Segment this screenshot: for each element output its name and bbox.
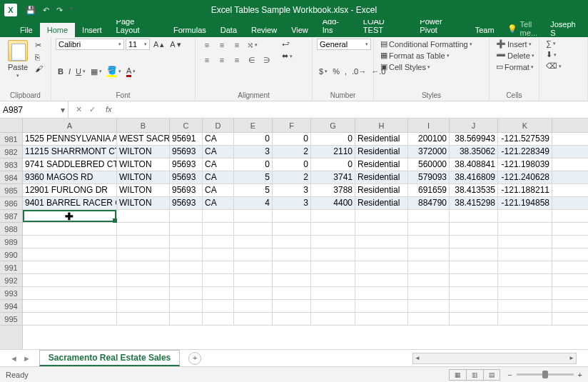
cell[interactable] — [273, 300, 311, 312]
autosum-button[interactable]: ∑▾ — [544, 39, 583, 49]
wrap-text-button[interactable]: ⮐ — [280, 39, 295, 49]
cell[interactable] — [203, 210, 234, 222]
name-box[interactable]: A987▾ — [0, 101, 69, 118]
column-header[interactable]: J — [450, 119, 498, 132]
cell[interactable]: 0 — [273, 133, 311, 145]
worksheet-grid[interactable]: ABCDEFGHIJK 9819829839849859869879889899… — [0, 119, 588, 349]
cell[interactable] — [498, 210, 552, 222]
cell[interactable] — [23, 223, 117, 235]
cell[interactable]: -121.198039 — [498, 159, 552, 171]
cell[interactable] — [355, 274, 408, 286]
column-header[interactable]: F — [273, 119, 311, 132]
fx-icon[interactable]: fx — [106, 105, 112, 114]
cell[interactable]: 38.413535 — [450, 184, 498, 196]
cell[interactable]: 2 — [273, 146, 311, 158]
zoom-in-button[interactable]: + — [578, 371, 582, 379]
cell[interactable] — [450, 236, 498, 248]
cell[interactable] — [117, 287, 170, 299]
cell[interactable]: WILTON — [117, 146, 170, 158]
font-color-button[interactable]: A▾ — [124, 65, 138, 78]
delete-cells-button[interactable]: ➖ Delete▾ — [494, 50, 534, 61]
cell[interactable] — [408, 210, 450, 222]
cell[interactable] — [203, 223, 234, 235]
cell[interactable] — [170, 300, 203, 312]
comma-button[interactable]: , — [343, 66, 349, 76]
cell[interactable] — [234, 210, 273, 222]
cell[interactable]: 11215 SHARRMONT CT — [23, 146, 117, 158]
save-icon[interactable]: 💾 — [26, 6, 36, 15]
cell[interactable]: 9360 MAGOS RD — [23, 171, 117, 184]
cell[interactable]: Residential — [355, 133, 408, 145]
cut-button[interactable]: ✂ — [33, 40, 45, 51]
cell[interactable] — [273, 287, 311, 299]
cell[interactable] — [355, 287, 408, 299]
align-top-button[interactable]: ≡ — [200, 39, 214, 51]
increase-font-button[interactable]: A▴ — [151, 39, 166, 50]
cell[interactable] — [234, 300, 273, 312]
cell[interactable] — [498, 261, 552, 273]
cell[interactable]: 95693 — [170, 146, 203, 158]
underline-button[interactable]: U▾ — [74, 65, 88, 78]
cell[interactable]: 3788 — [311, 184, 355, 196]
cell[interactable] — [498, 300, 552, 312]
cell[interactable] — [117, 261, 170, 273]
cell[interactable] — [23, 313, 117, 325]
cell[interactable] — [273, 261, 311, 273]
cell[interactable]: 12901 FURLONG DR — [23, 184, 117, 196]
page-break-view-button[interactable]: ▤ — [483, 369, 500, 381]
cell[interactable]: -121.194858 — [498, 197, 552, 209]
cell[interactable]: CA — [203, 171, 234, 184]
cell[interactable]: WILTON — [117, 197, 170, 209]
cell[interactable]: -121.188211 — [498, 184, 552, 196]
cell[interactable]: Residential — [355, 146, 408, 158]
undo-icon[interactable]: ↶ — [43, 6, 49, 15]
cell-styles-button[interactable]: ▣ Cell Styles▾ — [378, 61, 485, 72]
cell[interactable] — [117, 313, 170, 325]
cell[interactable]: Residential — [355, 159, 408, 171]
cell[interactable] — [203, 236, 234, 248]
column-header[interactable]: K — [498, 119, 552, 132]
row-header[interactable]: 987 — [0, 210, 22, 223]
cell[interactable] — [450, 300, 498, 312]
cell[interactable] — [408, 300, 450, 312]
cell[interactable]: 9401 BARREL RACER CT — [23, 197, 117, 209]
cell[interactable] — [498, 248, 552, 261]
cell[interactable]: CA — [203, 146, 234, 158]
cell[interactable]: 579093 — [408, 171, 450, 184]
percent-button[interactable]: % — [330, 66, 342, 76]
number-format-select[interactable]: General▾ — [317, 39, 371, 50]
cell[interactable] — [498, 223, 552, 235]
bold-button[interactable]: B — [56, 65, 66, 78]
fill-button[interactable]: ⬇▾ — [544, 49, 583, 60]
cell[interactable] — [311, 313, 355, 325]
row-header[interactable]: 991 — [0, 261, 22, 274]
cell[interactable] — [355, 210, 408, 222]
tab-review[interactable]: Review — [244, 23, 284, 37]
new-sheet-button[interactable]: + — [188, 352, 201, 365]
paste-button[interactable]: Paste▾ — [4, 39, 31, 79]
cell[interactable] — [117, 210, 170, 222]
sheet-tab-active[interactable]: Sacramento Real Estate Sales — [39, 350, 180, 366]
redo-icon[interactable]: ↷ — [56, 6, 63, 15]
cell[interactable]: 95693 — [170, 159, 203, 171]
cell[interactable]: CA — [203, 184, 234, 196]
row-header[interactable]: 981 — [0, 133, 22, 146]
enter-formula-icon[interactable]: ✓ — [89, 105, 96, 114]
cell[interactable]: WEST SACRA — [117, 133, 170, 145]
column-header[interactable]: A — [23, 119, 117, 132]
cell[interactable]: WILTON — [117, 171, 170, 184]
cell[interactable] — [170, 210, 203, 222]
cell[interactable]: 2 — [273, 171, 311, 184]
cell[interactable] — [23, 274, 117, 286]
cell[interactable] — [450, 248, 498, 261]
cell[interactable]: 884790 — [408, 197, 450, 209]
row-header[interactable]: 989 — [0, 236, 22, 248]
tab-view[interactable]: View — [284, 23, 315, 37]
font-name-select[interactable]: Calibri▾ — [56, 39, 124, 50]
increase-decimal-button[interactable]: .0→ — [350, 66, 368, 76]
cell[interactable] — [234, 236, 273, 248]
cell[interactable] — [408, 287, 450, 299]
cell[interactable] — [234, 274, 273, 286]
row-header[interactable]: 995 — [0, 313, 22, 326]
cell[interactable]: 95693 — [170, 197, 203, 209]
